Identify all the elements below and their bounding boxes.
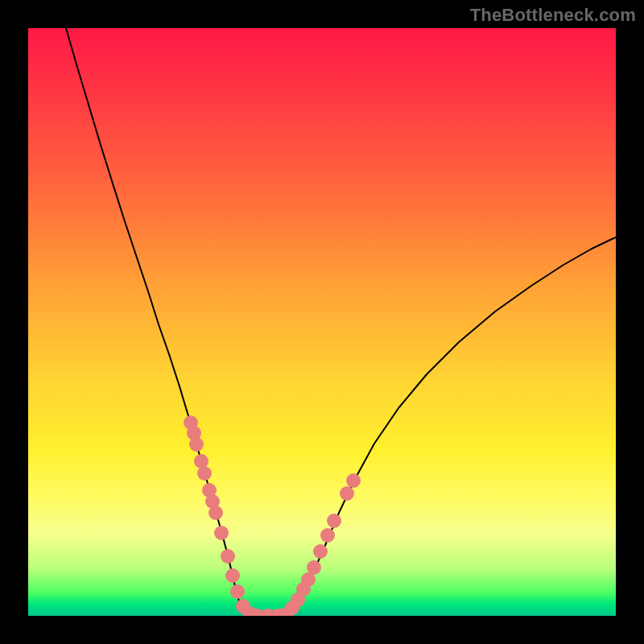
marker-point [340,486,354,501]
marker-point [346,473,361,488]
chart-frame: TheBottleneck.com [0,0,644,644]
marker-point [189,437,204,452]
series-left-branch [66,28,256,616]
scatter-markers [184,415,361,616]
series-right-branch [284,237,616,616]
marker-point [225,568,240,583]
marker-point [214,526,229,540]
marker-point [307,560,321,575]
marker-point [313,544,328,559]
marker-point [208,506,223,520]
marker-point [327,514,341,528]
chart-svg [28,28,616,616]
curve-lines [66,28,616,616]
plot-area [28,28,616,616]
marker-point [320,528,335,543]
marker-point [221,549,235,564]
marker-point [197,466,212,481]
marker-point [230,584,245,599]
watermark-text: TheBottleneck.com [470,5,636,26]
